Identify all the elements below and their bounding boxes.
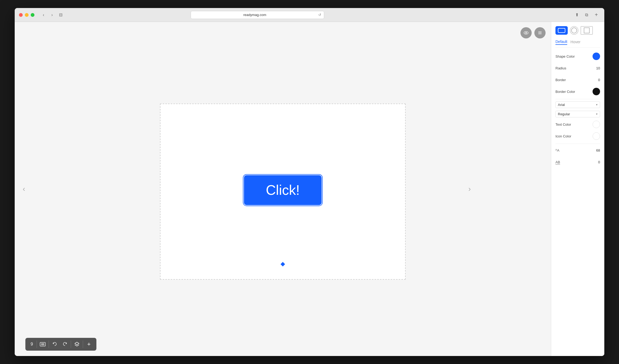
toolbar-divider-1 <box>37 341 37 348</box>
browser-window: ‹ › ⊟ readymag.com ↺ ⬆ ⧉ + <box>15 8 604 356</box>
svg-rect-24 <box>584 28 589 33</box>
layer-view-icon <box>40 342 46 346</box>
canvas-area: ‹ Click! › 9 <box>15 22 551 356</box>
undo-icon <box>52 342 57 347</box>
share-button[interactable]: ⬆ <box>573 11 581 19</box>
square-button-type[interactable] <box>581 26 593 35</box>
close-button[interactable] <box>19 13 23 17</box>
svg-rect-22 <box>558 28 565 33</box>
add-tab-button[interactable]: + <box>593 11 600 19</box>
font-dropdown-label: Arial <box>558 103 565 107</box>
toolbar-divider-4 <box>83 341 83 348</box>
font-weight-label: Regular <box>558 112 570 116</box>
nav-buttons: ‹ › ⊟ <box>40 11 64 19</box>
page-number: 9 <box>28 341 36 348</box>
browser-titlebar: ‹ › ⊟ readymag.com ↺ ⬆ ⧉ + <box>15 8 604 22</box>
button-type-tabs <box>555 26 600 35</box>
add-element-button[interactable]: + <box>84 339 94 349</box>
layers-icon <box>74 342 80 347</box>
refresh-button[interactable]: ↺ <box>318 13 321 17</box>
icon-color-label: Icon Color <box>555 134 593 138</box>
font-dropdown-arrow: ▾ <box>596 103 598 106</box>
rect-button-type[interactable] <box>555 26 568 35</box>
letter-spacing-icon-group: AB <box>555 160 560 164</box>
svg-point-1 <box>526 32 527 34</box>
properties-panel: Default Hover Shape Color Radius Border <box>551 22 604 356</box>
url-display: readymag.com <box>194 13 316 17</box>
font-size-row: ᴬA <box>555 146 600 155</box>
maximize-button[interactable] <box>31 13 34 17</box>
redo-icon <box>62 342 68 347</box>
border-color-row: Border Color <box>555 87 600 96</box>
separator-1 <box>555 99 600 99</box>
radius-input[interactable] <box>584 66 600 70</box>
click-button-element[interactable]: Click! <box>244 175 322 205</box>
next-page-button[interactable]: › <box>466 182 473 196</box>
border-row: Border <box>555 76 600 84</box>
circle-button-type[interactable] <box>570 26 578 35</box>
font-size-input[interactable] <box>584 148 600 152</box>
separator-2 <box>555 144 600 144</box>
letter-spacing-row: AB <box>555 158 600 166</box>
duplicate-button[interactable]: ⧉ <box>583 11 590 19</box>
text-color-swatch[interactable] <box>593 121 600 128</box>
address-bar[interactable]: readymag.com ↺ <box>191 11 324 19</box>
svg-marker-7 <box>75 342 79 345</box>
undo-button[interactable] <box>50 339 60 349</box>
hover-state-tab[interactable]: Hover <box>570 39 580 45</box>
font-weight-dropdown[interactable]: Regular ▾ <box>555 111 600 117</box>
diamond-indicator <box>281 262 285 267</box>
eye-icon <box>523 30 529 35</box>
layer-view-button[interactable] <box>38 339 48 349</box>
prev-page-button[interactable]: ‹ <box>20 182 28 196</box>
menu-button[interactable] <box>534 27 546 38</box>
browser-content: ‹ Click! › 9 <box>15 22 604 356</box>
top-right-controls <box>520 27 546 38</box>
icon-color-row: Icon Color <box>555 132 600 140</box>
rect-type-icon <box>558 28 565 33</box>
icon-color-swatch[interactable] <box>593 132 600 140</box>
circle-type-icon <box>571 27 577 34</box>
shape-color-swatch[interactable] <box>593 53 600 60</box>
letter-spacing-input[interactable] <box>584 160 600 164</box>
svg-point-23 <box>571 28 577 33</box>
font-weight-arrow: ▾ <box>596 112 598 116</box>
text-color-label: Text Color <box>555 122 593 126</box>
traffic-lights <box>19 13 34 17</box>
right-panel: a <box>551 22 604 356</box>
font-size-icon: ᴬA <box>555 148 559 152</box>
font-dropdown[interactable]: Arial ▾ <box>555 101 600 108</box>
border-color-swatch[interactable] <box>593 88 600 95</box>
border-color-label: Border Color <box>555 90 593 94</box>
sidebar-toggle-button[interactable]: ⊟ <box>57 11 64 19</box>
minimize-button[interactable] <box>25 13 29 17</box>
default-state-tab[interactable]: Default <box>555 39 567 45</box>
shape-color-row: Shape Color <box>555 52 600 61</box>
toolbar-divider-2 <box>49 341 49 348</box>
hamburger-icon <box>537 30 543 35</box>
state-tabs: Default Hover <box>555 39 600 48</box>
radius-row: Radius <box>555 64 600 72</box>
square-type-icon <box>583 27 590 34</box>
back-button[interactable]: ‹ <box>40 11 47 19</box>
text-color-row: Text Color <box>555 120 600 129</box>
browser-actions: ⬆ ⧉ + <box>573 11 600 19</box>
border-input[interactable] <box>584 78 600 82</box>
shape-color-label: Shape Color <box>555 54 593 58</box>
layers-button[interactable] <box>72 339 82 349</box>
radius-label: Radius <box>555 66 584 70</box>
toolbar-divider-3 <box>71 341 71 348</box>
border-label: Border <box>555 78 584 82</box>
letter-spacing-icon: AB <box>555 160 560 164</box>
font-size-icon-group: ᴬA <box>555 148 559 152</box>
page-canvas: Click! <box>160 104 406 280</box>
redo-button[interactable] <box>60 339 70 349</box>
forward-button[interactable]: › <box>48 11 56 19</box>
bottom-toolbar: 9 <box>25 338 96 351</box>
svg-rect-6 <box>41 343 44 345</box>
preview-button[interactable] <box>520 27 532 38</box>
